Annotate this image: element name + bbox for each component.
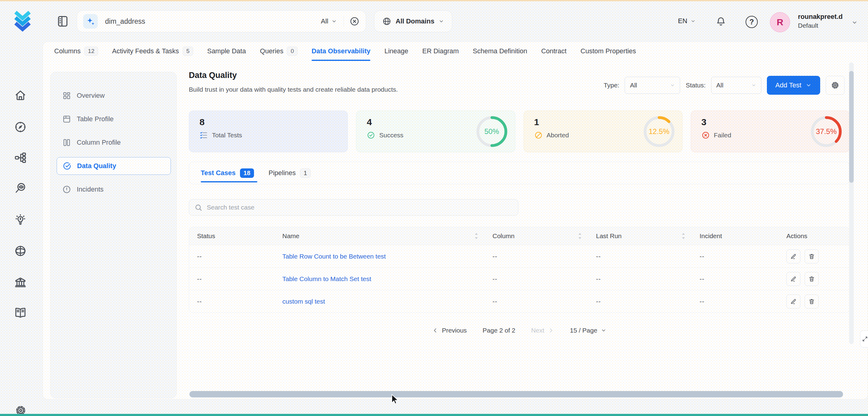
stat-success: 4 Success 50% xyxy=(356,110,515,152)
edit-button[interactable] xyxy=(786,294,800,309)
edit-button[interactable] xyxy=(786,249,800,263)
delete-button[interactable] xyxy=(805,249,819,263)
edit-button[interactable] xyxy=(786,272,800,286)
tab-queries[interactable]: Queries0 xyxy=(260,41,298,61)
delete-button[interactable] xyxy=(805,272,819,286)
chevron-down-icon xyxy=(439,19,444,24)
horizontal-scrollbar[interactable] xyxy=(189,391,843,397)
last-run-cell: -- xyxy=(588,298,692,305)
add-test-button[interactable]: Add Test xyxy=(767,76,820,95)
user-menu-chevron-icon[interactable] xyxy=(851,20,858,26)
tab-data-observability[interactable]: Data Observability xyxy=(312,41,370,61)
tab-er-diagram[interactable]: ER Diagram xyxy=(423,41,459,61)
mouse-cursor xyxy=(390,394,400,407)
explore-compass-icon[interactable] xyxy=(14,121,27,133)
globe-icon xyxy=(382,17,391,26)
test-case-search xyxy=(189,199,518,216)
subnav-table-profile[interactable]: Table Profile xyxy=(57,110,171,128)
tab-activity-feeds[interactable]: Activity Feeds & Tasks5 xyxy=(112,41,193,61)
type-filter-select[interactable]: All xyxy=(625,77,680,94)
tab-count-badge: 12 xyxy=(84,46,98,56)
subnav-overview[interactable]: Overview xyxy=(57,87,171,104)
next-page-button[interactable]: Next xyxy=(531,327,554,334)
checklist-icon xyxy=(199,131,208,139)
governance-bank-icon[interactable] xyxy=(14,276,27,289)
app-logo[interactable] xyxy=(11,9,34,33)
sort-icon[interactable] xyxy=(681,233,686,239)
observability-icon[interactable] xyxy=(14,182,27,195)
pencil-icon xyxy=(790,298,797,305)
notifications-bell-icon[interactable] xyxy=(715,16,727,27)
chevron-right-icon xyxy=(548,327,554,333)
tab-test-cases[interactable]: Test Cases 18 xyxy=(201,168,254,178)
aborted-ring: 12.5% xyxy=(643,116,675,148)
subnav-column-profile[interactable]: Column Profile xyxy=(57,134,171,151)
lineage-sitemap-icon[interactable] xyxy=(14,151,27,164)
table-row: -- Table Column to Match Set test -- -- … xyxy=(189,267,849,290)
failed-ring: 37.5% xyxy=(810,116,842,148)
stat-label: Total Tests xyxy=(212,132,242,139)
chevron-left-icon xyxy=(432,327,438,333)
glossary-book-icon[interactable] xyxy=(14,307,27,319)
table-row: -- Table Row Count to be Between test --… xyxy=(189,245,849,267)
stat-aborted: 1 Aborted 12.5% xyxy=(524,110,683,152)
tab-count-badge: 0 xyxy=(287,46,298,56)
language-select[interactable]: EN xyxy=(678,17,695,25)
test-case-link[interactable]: custom sql test xyxy=(274,298,485,305)
entity-tabs: Columns12 Activity Feeds & Tasks5 Sample… xyxy=(54,41,636,61)
help-icon[interactable]: ? xyxy=(746,16,758,28)
page-size-select[interactable]: 15 / Page xyxy=(570,327,607,334)
pencil-icon xyxy=(790,253,797,260)
language-value: EN xyxy=(678,17,687,25)
page-subtitle: Build trust in your data with quality te… xyxy=(189,86,398,93)
test-case-link[interactable]: Table Column to Match Set test xyxy=(274,275,485,283)
tab-lineage[interactable]: Lineage xyxy=(384,41,408,61)
home-icon[interactable] xyxy=(14,89,27,102)
test-case-search-input[interactable] xyxy=(189,199,518,216)
clear-search-icon[interactable] xyxy=(349,16,360,27)
page-indicator: Page 2 of 2 xyxy=(483,327,515,334)
observability-subnav: Overview Table Profile Column Profile Da… xyxy=(50,72,177,398)
user-name: rounakpreet.d xyxy=(798,13,843,21)
delete-button[interactable] xyxy=(805,294,819,309)
trash-icon xyxy=(808,298,815,305)
tab-pipelines[interactable]: Pipelines 1 xyxy=(269,168,311,178)
status-cell: -- xyxy=(189,275,274,283)
user-info[interactable]: rounakpreet.d Default xyxy=(798,13,843,29)
trash-icon xyxy=(808,276,815,282)
tab-contract[interactable]: Contract xyxy=(541,41,566,61)
aborted-percent: 12.5% xyxy=(643,116,675,148)
sort-icon[interactable] xyxy=(578,233,582,239)
domains-globe-icon[interactable] xyxy=(14,245,27,257)
chevron-down-icon xyxy=(751,83,756,88)
check-circle-icon xyxy=(62,161,71,170)
filters-row: Type: All Status: All Add Test xyxy=(603,75,844,95)
subnav-data-quality[interactable]: Data Quality xyxy=(57,157,171,175)
user-avatar[interactable]: R xyxy=(770,12,790,32)
top-edge-strip xyxy=(0,0,868,1)
incident-cell: -- xyxy=(692,275,778,283)
status-filter-select[interactable]: All xyxy=(711,77,762,94)
insights-bulb-icon[interactable] xyxy=(14,214,27,226)
search-input[interactable] xyxy=(105,18,321,26)
search-scope-select[interactable]: All xyxy=(321,18,337,25)
subnav-incidents[interactable]: Incidents xyxy=(57,181,171,198)
chevron-down-icon xyxy=(690,19,695,24)
table-settings-button[interactable] xyxy=(826,76,844,95)
search-scope-value: All xyxy=(321,18,328,25)
table-icon xyxy=(62,115,71,124)
sort-icon[interactable] xyxy=(474,233,478,239)
sidebar-toggle-icon[interactable] xyxy=(56,14,69,28)
test-case-link[interactable]: Table Row Count to be Between test xyxy=(274,253,485,260)
tab-sample-data[interactable]: Sample Data xyxy=(207,41,246,61)
expand-panel-button[interactable] xyxy=(860,330,868,348)
tab-custom-properties[interactable]: Custom Properties xyxy=(581,41,636,61)
tab-columns[interactable]: Columns12 xyxy=(54,41,98,61)
trash-icon xyxy=(808,253,815,260)
previous-page-button[interactable]: Previous xyxy=(432,327,467,334)
vertical-scrollbar-thumb[interactable] xyxy=(849,71,854,183)
last-run-cell: -- xyxy=(588,253,692,260)
domains-select[interactable]: All Domains xyxy=(374,10,452,32)
app-screen: All All Domains EN ? R xyxy=(0,0,868,416)
tab-schema-definition[interactable]: Schema Definition xyxy=(473,41,527,61)
